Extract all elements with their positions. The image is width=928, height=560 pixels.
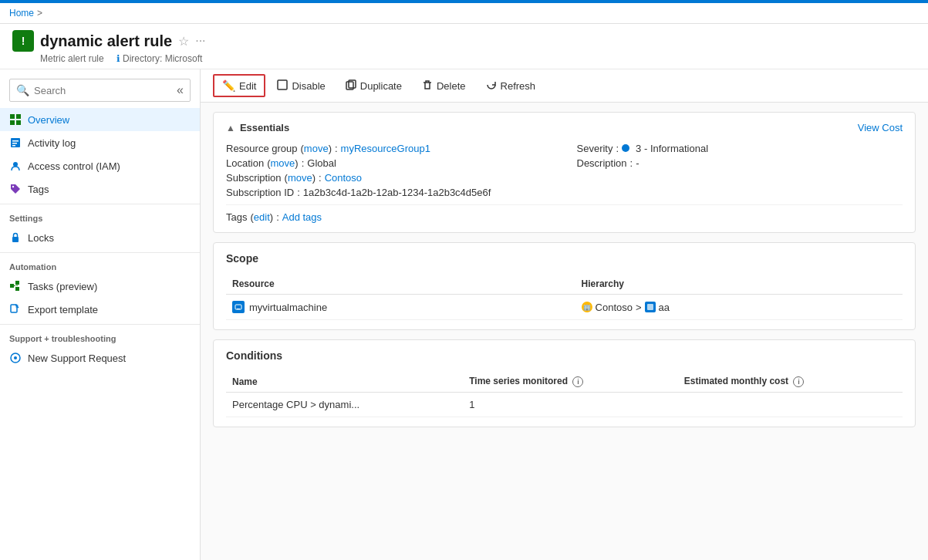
sidebar-item-support[interactable]: New Support Request bbox=[0, 346, 200, 369]
toolbar: ✏️ Edit Disable Duplicate Delete bbox=[201, 69, 928, 103]
time-series-info-icon[interactable]: i bbox=[572, 376, 583, 387]
svg-rect-15 bbox=[15, 305, 19, 308]
location-move-link[interactable]: move bbox=[271, 157, 295, 169]
svg-rect-1 bbox=[16, 114, 21, 119]
sidebar-item-tasks[interactable]: Tasks (preview) bbox=[0, 275, 200, 298]
severity-value: 3 - Informational bbox=[636, 143, 708, 154]
locks-icon bbox=[9, 231, 22, 244]
essentials-title-label: Essentials bbox=[240, 122, 289, 133]
subscription-label: Subscription bbox=[226, 172, 282, 184]
tasks-icon bbox=[9, 280, 22, 292]
svg-rect-0 bbox=[10, 114, 15, 119]
duplicate-button[interactable]: Duplicate bbox=[337, 75, 410, 97]
conditions-estimated-cost-col: Estimated monthly cost i bbox=[678, 371, 903, 393]
condition-time-series-value: 1 bbox=[463, 393, 677, 417]
disable-button[interactable]: Disable bbox=[268, 75, 333, 97]
conditions-time-series-col: Time series monitored i bbox=[463, 371, 677, 393]
tags-edit-link[interactable]: edit bbox=[254, 211, 270, 223]
subscription-move-link[interactable]: move bbox=[288, 172, 312, 184]
scope-table: Resource Hierarchy bbox=[226, 274, 903, 320]
svg-rect-10 bbox=[12, 237, 19, 242]
favorite-icon[interactable]: ☆ bbox=[178, 34, 189, 49]
tags-row: Tags (edit) : Add tags bbox=[226, 204, 903, 223]
essentials-section: ▲ Essentials View Cost Resource group (m… bbox=[213, 112, 916, 233]
location-value: Global bbox=[307, 157, 336, 169]
svg-rect-18 bbox=[278, 80, 287, 89]
sidebar-item-label-access-control: Access control (IAM) bbox=[28, 160, 120, 172]
svg-rect-11 bbox=[10, 284, 14, 288]
sidebar-item-tags[interactable]: Tags bbox=[0, 177, 200, 201]
page-header: ! dynamic alert rule ☆ ··· Metric alert … bbox=[0, 24, 928, 69]
conditions-title: Conditions bbox=[226, 349, 903, 362]
resource-group-move-link[interactable]: move bbox=[304, 143, 329, 154]
page-title: dynamic alert rule bbox=[40, 32, 172, 50]
search-icon: 🔍 bbox=[16, 84, 29, 96]
svg-rect-3 bbox=[16, 120, 21, 125]
subscription-id-label: Subscription ID bbox=[226, 187, 294, 198]
support-icon bbox=[9, 352, 22, 364]
table-row: myvirtualmachine 🏢 Contoso > bbox=[226, 295, 903, 320]
view-cost-link[interactable]: View Cost bbox=[858, 122, 903, 133]
svg-rect-7 bbox=[12, 145, 15, 147]
resource-group-value[interactable]: myResourceGroup1 bbox=[341, 143, 430, 154]
hierarchy-org-icon: 🏢 bbox=[582, 302, 592, 312]
subscription-id-value: 1a2b3c4d-1a2b-12ab-1234-1a2b3c4d5e6f bbox=[303, 187, 491, 198]
search-input[interactable] bbox=[34, 85, 172, 96]
condition-name-value: Percentage CPU > dynami... bbox=[226, 393, 463, 417]
breadcrumb-home[interactable]: Home bbox=[9, 8, 34, 19]
edit-button[interactable]: ✏️ Edit bbox=[213, 74, 265, 97]
severity-label: Severity bbox=[577, 143, 613, 154]
svg-rect-6 bbox=[12, 143, 17, 144]
conditions-table-row: Percentage CPU > dynami... 1 bbox=[226, 393, 903, 417]
sidebar-item-export[interactable]: Export template bbox=[0, 298, 200, 321]
delete-icon bbox=[422, 79, 433, 93]
vm-icon bbox=[232, 301, 245, 313]
scope-section: Scope Resource Hierarchy bbox=[213, 242, 916, 330]
more-options-icon[interactable]: ··· bbox=[195, 34, 205, 48]
svg-rect-2 bbox=[10, 120, 15, 125]
hierarchy-sub-icon bbox=[645, 302, 656, 312]
refresh-icon bbox=[486, 79, 497, 93]
sidebar-item-label-overview: Overview bbox=[28, 114, 69, 126]
sidebar-section-automation: Automation bbox=[0, 252, 200, 275]
export-icon bbox=[9, 303, 22, 315]
refresh-button[interactable]: Refresh bbox=[477, 75, 545, 97]
svg-rect-22 bbox=[237, 309, 240, 309]
search-box[interactable]: 🔍 « bbox=[9, 79, 191, 102]
activity-log-icon bbox=[9, 137, 22, 149]
tags-add-link[interactable]: Add tags bbox=[282, 211, 322, 223]
overview-icon bbox=[9, 113, 22, 126]
sidebar-section-support: Support + troubleshooting bbox=[0, 324, 200, 346]
main-layout: 🔍 « Overview bbox=[0, 69, 928, 560]
collapse-icon[interactable]: « bbox=[177, 83, 184, 97]
sidebar-item-label-activity-log: Activity log bbox=[28, 137, 76, 149]
tags-icon bbox=[9, 183, 22, 195]
sidebar-item-locks[interactable]: Locks bbox=[0, 226, 200, 249]
svg-rect-23 bbox=[647, 304, 653, 310]
sidebar-item-label-tags: Tags bbox=[28, 184, 49, 195]
sidebar-item-activity-log[interactable]: Activity log bbox=[0, 131, 200, 154]
edit-icon: ✏️ bbox=[222, 79, 235, 92]
scope-resource-cell: myvirtualmachine bbox=[232, 301, 569, 313]
sidebar-section-settings: Settings bbox=[0, 204, 200, 226]
scope-title: Scope bbox=[226, 252, 903, 265]
svg-point-8 bbox=[13, 162, 18, 167]
essentials-collapse-icon[interactable]: ▲ bbox=[226, 123, 235, 133]
condition-estimated-cost-value bbox=[678, 393, 903, 417]
conditions-table: Name Time series monitored i Estimated m… bbox=[226, 371, 903, 417]
svg-point-9 bbox=[12, 186, 14, 187]
sidebar-item-access-control[interactable]: Access control (IAM) bbox=[0, 154, 200, 177]
duplicate-icon bbox=[346, 79, 356, 93]
subscription-value[interactable]: Contoso bbox=[325, 172, 362, 184]
delete-button[interactable]: Delete bbox=[413, 75, 474, 97]
sidebar-item-label-export: Export template bbox=[28, 304, 98, 315]
scope-hierarchy-col: Hierarchy bbox=[575, 274, 903, 295]
scope-hierarchy-cell: 🏢 Contoso > aa bbox=[582, 302, 896, 313]
directory-label: ℹ Directory: Microsoft bbox=[116, 53, 203, 64]
estimated-cost-info-icon[interactable]: i bbox=[793, 376, 804, 387]
sidebar-item-label-tasks: Tasks (preview) bbox=[28, 281, 97, 292]
breadcrumb-separator: > bbox=[37, 8, 42, 19]
sidebar-item-overview[interactable]: Overview bbox=[0, 108, 200, 131]
description-label: Description bbox=[577, 157, 627, 169]
tags-label: Tags bbox=[226, 211, 247, 223]
